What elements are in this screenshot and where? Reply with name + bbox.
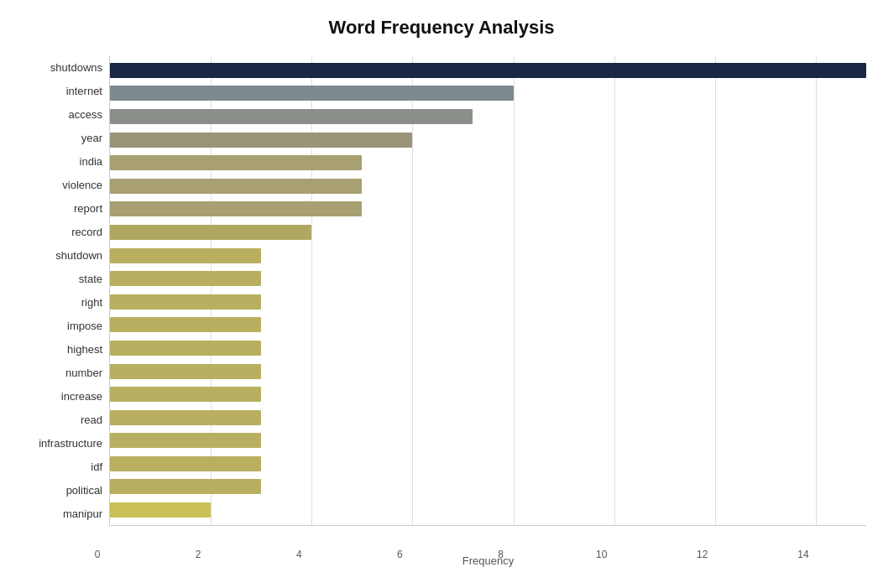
- bar: [110, 410, 261, 425]
- y-axis-label: infrastructure: [39, 434, 102, 453]
- y-axis-label: political: [66, 481, 102, 500]
- x-axis-tick-label: 2: [185, 549, 211, 560]
- bar-row: [110, 477, 866, 496]
- x-axis-tick-label: 6: [387, 549, 412, 560]
- bar: [110, 109, 473, 124]
- bar: [110, 317, 261, 332]
- chart-container: Word Frequency Analysis shutdownsinterne…: [0, 0, 883, 588]
- bar-row: [110, 385, 866, 403]
- y-axis-label: idf: [91, 458, 102, 476]
- bar-row: [110, 84, 866, 102]
- bar-row: [110, 431, 866, 450]
- bar: [110, 201, 362, 216]
- bar-row: [110, 501, 866, 519]
- bar-row: [110, 293, 866, 311]
- bar: [110, 155, 362, 170]
- bar: [110, 225, 311, 240]
- bar-row: [110, 107, 866, 126]
- bar-row: [110, 455, 866, 473]
- y-axis: shutdownsinternetaccessyearindiaviolence…: [17, 55, 109, 526]
- bar-row: [110, 408, 866, 427]
- y-axis-label: report: [74, 199, 102, 217]
- bar: [110, 248, 261, 263]
- y-axis-label: violence: [62, 175, 102, 194]
- y-axis-label: state: [79, 269, 102, 288]
- bars-area: 02468101214 Frequency: [109, 55, 866, 526]
- y-axis-label: access: [69, 105, 102, 123]
- bar-row: [110, 177, 866, 195]
- bar-row: [110, 362, 866, 381]
- bar: [110, 433, 261, 448]
- x-axis-tick-label: 0: [85, 549, 110, 560]
- y-axis-label: increase: [61, 388, 102, 406]
- x-axis-tick-label: 12: [690, 549, 715, 560]
- bar-row: [110, 223, 866, 242]
- bar: [110, 179, 362, 194]
- y-axis-label: read: [81, 411, 102, 429]
- bar-row: [110, 315, 866, 334]
- bar: [110, 387, 261, 402]
- chart-area: shutdownsinternetaccessyearindiaviolence…: [17, 55, 866, 526]
- bar-row: [110, 61, 866, 80]
- bar: [110, 63, 866, 78]
- y-axis-label: year: [81, 128, 102, 147]
- bar-row: [110, 339, 866, 357]
- bar: [110, 456, 261, 471]
- x-axis-tick-label: 10: [589, 549, 614, 560]
- y-axis-label: internet: [66, 81, 102, 100]
- bars-wrapper: [110, 55, 866, 525]
- y-axis-label: shutdowns: [50, 58, 102, 76]
- bar: [110, 294, 261, 310]
- y-axis-label: highest: [67, 341, 102, 359]
- x-axis-title: Frequency: [462, 554, 514, 567]
- y-axis-label: impose: [67, 317, 102, 336]
- y-axis-label: india: [80, 152, 102, 170]
- x-axis-tick-label: 4: [286, 549, 311, 560]
- bar: [110, 479, 261, 494]
- bar-row: [110, 269, 866, 288]
- bar: [110, 364, 261, 379]
- bar-row: [110, 131, 866, 149]
- y-axis-label: right: [81, 293, 102, 311]
- bar: [110, 341, 261, 356]
- chart-title: Word Frequency Analysis: [17, 17, 866, 39]
- x-axis-tick-label: 14: [791, 549, 816, 560]
- y-axis-label: manipur: [63, 505, 102, 523]
- bar: [110, 133, 412, 148]
- y-axis-label: shutdown: [55, 246, 102, 264]
- bar: [110, 86, 514, 101]
- y-axis-label: record: [71, 222, 102, 241]
- bar: [110, 502, 211, 518]
- bar-row: [110, 247, 866, 265]
- y-axis-label: number: [65, 364, 102, 382]
- bar-row: [110, 200, 866, 218]
- bar-row: [110, 154, 866, 172]
- bar: [110, 271, 261, 286]
